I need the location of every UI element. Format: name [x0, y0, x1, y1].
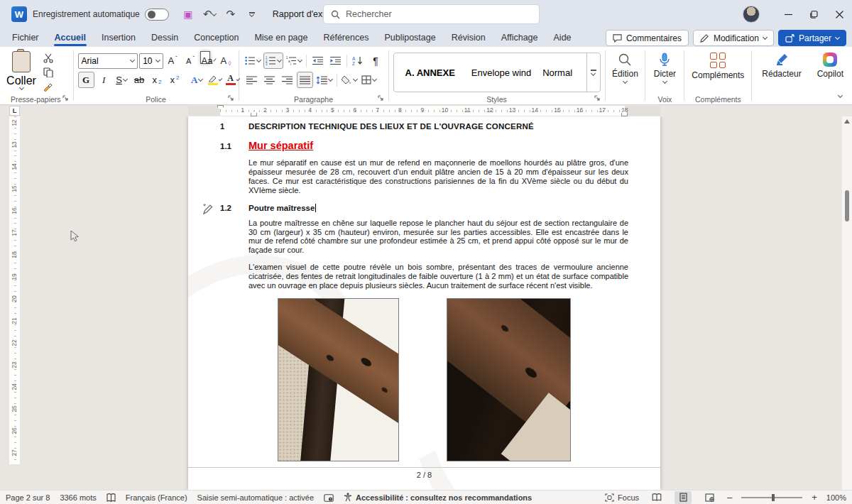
paste-button[interactable]: Coller	[3, 51, 40, 93]
multilevel-list-button[interactable]: 1ai	[285, 53, 303, 69]
scroll-up-arrow[interactable]	[844, 119, 850, 124]
save-button[interactable]: ▣	[179, 5, 197, 23]
copilot-button[interactable]: Copilot	[812, 51, 849, 93]
minimize-button[interactable]	[775, 0, 801, 28]
italic-button[interactable]: I	[96, 72, 112, 88]
shading-button[interactable]	[340, 72, 359, 88]
language-indicator[interactable]: Français (France)	[126, 493, 187, 502]
document-page[interactable]: 1 DESCRIPTION TECHNIQUE DES LIEUX ET DE …	[188, 116, 660, 490]
tab-selector[interactable]: L	[9, 106, 20, 116]
highlight-button[interactable]	[207, 72, 223, 88]
avatar[interactable]	[743, 6, 760, 23]
tab-conception[interactable]: Conception	[186, 30, 246, 45]
autosave-toggle[interactable]	[145, 9, 169, 21]
tab-publipostage[interactable]: Publipostage	[376, 30, 443, 45]
tab-affichage[interactable]: Affichage	[493, 30, 546, 45]
tab-insertion[interactable]: Insertion	[94, 30, 143, 45]
text-effects-button[interactable]: A	[189, 72, 205, 88]
share-button[interactable]: Partager	[778, 30, 846, 46]
read-mode-button[interactable]	[648, 491, 665, 504]
change-case-button[interactable]: Aa	[200, 53, 217, 69]
justify-button[interactable]	[297, 72, 313, 88]
style-item-1[interactable]: A. ANNEXE	[394, 53, 460, 92]
paragraph-dialog-launcher[interactable]	[378, 95, 385, 102]
font-name-select[interactable]: Arial	[78, 53, 138, 69]
web-layout-button[interactable]	[701, 491, 718, 504]
tab-accueil[interactable]: Accueil	[47, 30, 94, 45]
zoom-in-button[interactable]: +	[812, 492, 817, 503]
beam-photo-right[interactable]	[447, 298, 571, 461]
align-right-button[interactable]	[279, 72, 295, 88]
font-dialog-launcher[interactable]	[228, 95, 235, 102]
clear-formatting-button[interactable]: A◊	[218, 53, 234, 69]
dictate-button[interactable]: Dicter	[650, 51, 679, 84]
undo-button[interactable]: ↶	[200, 5, 219, 23]
tab-mise-en-page[interactable]: Mise en page	[246, 30, 315, 45]
word-app-icon[interactable]: W	[11, 6, 27, 22]
subscript-button[interactable]: x2	[149, 72, 165, 88]
focus-button[interactable]: Focus	[605, 493, 639, 502]
zoom-slider[interactable]	[741, 497, 802, 498]
styles-more-button[interactable]	[586, 53, 600, 92]
word-count[interactable]: 3366 mots	[60, 493, 96, 502]
editing-mode-button[interactable]: Modification	[693, 30, 774, 46]
maximize-button[interactable]	[801, 0, 826, 28]
align-left-button[interactable]	[244, 72, 260, 88]
style-item-2[interactable]: Envelope window	[460, 53, 531, 92]
comments-button[interactable]: Commentaires	[606, 30, 689, 46]
paragraph-3[interactable]: L'examen visuel de cette poutre révèle u…	[248, 263, 628, 290]
tab-dessin[interactable]: Dessin	[143, 30, 186, 45]
proofing-button[interactable]	[106, 493, 116, 502]
line-spacing-button[interactable]	[315, 72, 334, 88]
shrink-font-button[interactable]: Aˇ	[182, 53, 199, 69]
vertical-scrollbar[interactable]	[842, 116, 852, 490]
zoom-out-button[interactable]: –	[727, 492, 732, 503]
cut-button[interactable]	[40, 52, 56, 65]
bold-button[interactable]: G	[78, 72, 94, 88]
paragraph-2[interactable]: La poutre maîtresse en chêne sur laquell…	[248, 219, 628, 256]
styles-dialog-launcher[interactable]	[594, 95, 601, 102]
scrollbar-thumb[interactable]	[845, 190, 849, 221]
search-input[interactable]: Rechercher	[323, 4, 540, 24]
page-indicator[interactable]: Page 2 sur 8	[6, 493, 50, 502]
heading-1-2[interactable]: 1.2 Poutre maîtresse	[220, 204, 628, 212]
redo-button[interactable]: ↷	[222, 5, 240, 23]
customize-qat-button[interactable]	[243, 5, 261, 23]
grow-font-button[interactable]: Aˆ	[165, 53, 181, 69]
borders-button[interactable]	[360, 72, 378, 88]
edition-button[interactable]: Édition	[609, 51, 640, 84]
zoom-slider-thumb[interactable]	[772, 494, 775, 501]
show-marks-button[interactable]: ¶	[368, 53, 384, 69]
horizontal-ruler[interactable]: 123456789101112131415161718	[188, 106, 660, 116]
underline-button[interactable]: S	[114, 72, 130, 88]
print-layout-button[interactable]	[674, 491, 692, 504]
heading-1[interactable]: 1 DESCRIPTION TECHNIQUE DES LIEUX ET DE …	[220, 122, 628, 131]
accessibility-status[interactable]: Accessibilité : consultez nos recommanda…	[344, 493, 532, 502]
camera-icon[interactable]	[324, 493, 334, 502]
numbering-button[interactable]: 123	[263, 53, 283, 69]
align-center-button[interactable]	[261, 72, 278, 88]
close-button[interactable]	[826, 0, 852, 28]
zoom-level[interactable]: 100%	[826, 493, 846, 502]
redacteur-button[interactable]: Rédacteur	[756, 51, 807, 93]
copy-button[interactable]	[40, 66, 56, 79]
copilot-pen-icon[interactable]	[201, 202, 214, 215]
decrease-indent-button[interactable]	[310, 53, 326, 69]
format-painter-button[interactable]	[40, 80, 56, 93]
font-color-button[interactable]: A	[224, 72, 241, 88]
tab-r-f-rences[interactable]: Références	[315, 30, 376, 45]
autocomplete-indicator[interactable]: Saisie semi-automatique : activée	[197, 493, 314, 502]
beam-photo-left[interactable]	[278, 298, 399, 461]
clipboard-dialog-launcher[interactable]	[62, 95, 70, 102]
bullets-button[interactable]	[244, 53, 262, 69]
tab-aide[interactable]: Aide	[546, 30, 579, 45]
sort-button[interactable]: AZ	[350, 53, 366, 69]
paragraph-1[interactable]: Le mur séparatif en cause est un mur de …	[248, 158, 628, 195]
vertical-ruler[interactable]: 12131415161718192021222324252627	[9, 116, 20, 464]
addins-button[interactable]: Compléments	[689, 51, 747, 82]
heading-1-1[interactable]: 1.1 Mur séparatif	[220, 140, 628, 151]
font-size-select[interactable]: 10	[139, 53, 163, 69]
style-item-3[interactable]: Normal	[531, 53, 586, 92]
tab-r-vision[interactable]: Révision	[444, 30, 493, 45]
superscript-button[interactable]: x2	[167, 72, 183, 88]
